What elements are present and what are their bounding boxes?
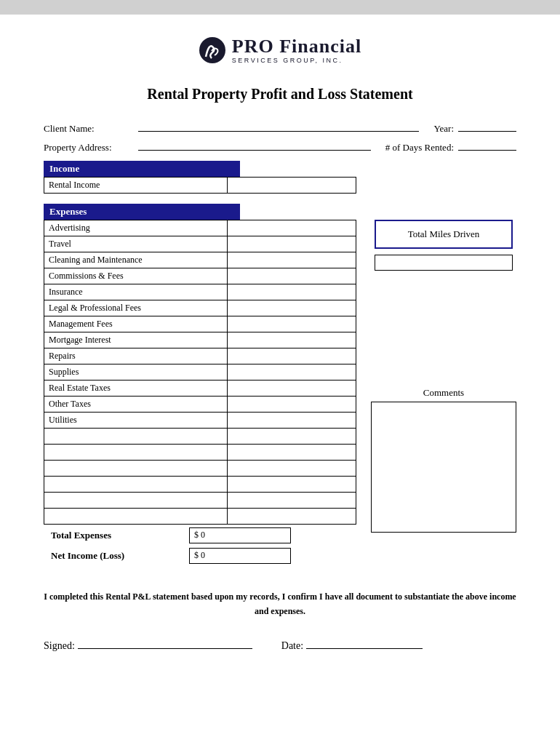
advertising-label: Advertising: [44, 220, 228, 236]
advertising-input[interactable]: [228, 220, 356, 236]
expenses-right: Total Miles Driven Comments: [371, 220, 516, 533]
date-label: Date:: [281, 640, 303, 652]
travel-label: Travel: [44, 236, 228, 252]
expense-row-empty-6: [44, 509, 356, 525]
year-line: [458, 131, 516, 132]
commissions-label: Commissions & Fees: [44, 268, 228, 284]
disclaimer-text: I completed this Rental P&L statement ba…: [44, 590, 516, 618]
date-line: [306, 648, 423, 649]
expense-row-management: Management Fees: [44, 316, 356, 332]
mortgage-input[interactable]: [228, 332, 356, 348]
supplies-input[interactable]: [228, 364, 356, 381]
repairs-label: Repairs: [44, 348, 228, 364]
insurance-input[interactable]: [228, 284, 356, 300]
total-expenses-row: Total Expenses $ 0: [44, 527, 356, 543]
other-taxes-input[interactable]: [228, 397, 356, 413]
utilities-label: Utilities: [44, 413, 228, 429]
page-title: Rental Property Profit and Loss Statemen…: [44, 86, 516, 103]
management-label: Management Fees: [44, 316, 228, 332]
total-expenses-value[interactable]: $ 0: [189, 527, 291, 543]
net-income-row: Net Income (Loss) $ 0: [44, 548, 356, 564]
expenses-left: Advertising Travel Cleaning and Maintena…: [44, 220, 356, 568]
expense-row-other-taxes: Other Taxes: [44, 397, 356, 413]
expense-row-advertising: Advertising: [44, 220, 356, 236]
cleaning-label: Cleaning and Maintenance: [44, 252, 228, 268]
logo-services: SERVICES GROUP, INC.: [232, 57, 361, 65]
management-input[interactable]: [228, 316, 356, 332]
expense-row-commissions: Commissions & Fees: [44, 268, 356, 284]
net-income-label: Net Income (Loss): [44, 550, 189, 562]
cleaning-input[interactable]: [228, 252, 356, 268]
logo-area: PRO Financial SERVICES GROUP, INC.: [44, 36, 516, 64]
expense-row-empty-3: [44, 461, 356, 477]
expense-row-empty-5: [44, 493, 356, 509]
total-expenses-label: Total Expenses: [44, 530, 189, 541]
total-miles-input[interactable]: [375, 255, 513, 271]
insurance-label: Insurance: [44, 284, 228, 300]
real-estate-taxes-label: Real Estate Taxes: [44, 381, 228, 397]
total-miles-box: Total Miles Driven: [375, 220, 513, 249]
net-income-value[interactable]: $ 0: [189, 548, 291, 564]
expense-row-repairs: Repairs: [44, 348, 356, 364]
repairs-input[interactable]: [228, 348, 356, 364]
comments-label: Comments: [423, 387, 464, 399]
expense-row-travel: Travel: [44, 236, 356, 252]
supplies-label: Supplies: [44, 364, 228, 381]
expense-row-mortgage: Mortgage Interest: [44, 332, 356, 348]
expenses-table: Advertising Travel Cleaning and Maintena…: [44, 220, 356, 525]
days-rented-line: [458, 150, 516, 151]
logo-pro-financial: PRO Financial: [232, 36, 361, 57]
rental-income-input[interactable]: [228, 178, 356, 194]
client-info: Client Name: Year: Property Address: # o…: [44, 123, 516, 154]
property-address-label: Property Address:: [44, 142, 138, 154]
expense-row-utilities: Utilities: [44, 413, 356, 429]
signature-line: [78, 648, 252, 649]
expense-row-legal: Legal & Professional Fees: [44, 300, 356, 316]
real-estate-taxes-input[interactable]: [228, 381, 356, 397]
property-address-row: Property Address: # of Days Rented:: [44, 142, 516, 154]
expense-row-empty-4: [44, 477, 356, 493]
expense-row-empty-2: [44, 445, 356, 461]
logo-text: PRO Financial SERVICES GROUP, INC.: [232, 36, 361, 64]
totals-section: Total Expenses $ 0 Net Income (Loss) $ 0: [44, 527, 356, 564]
expense-row-supplies: Supplies: [44, 364, 356, 381]
page: PRO Financial SERVICES GROUP, INC. Renta…: [0, 15, 560, 745]
signed-label: Signed:: [44, 640, 75, 652]
expense-row-empty-1: [44, 429, 356, 445]
income-table: Rental Income: [44, 177, 356, 194]
income-row-rental: Rental Income: [44, 178, 356, 194]
rental-income-label: Rental Income: [44, 178, 228, 194]
expense-row-cleaning: Cleaning and Maintenance: [44, 252, 356, 268]
travel-input[interactable]: [228, 236, 356, 252]
mortgage-label: Mortgage Interest: [44, 332, 228, 348]
legal-input[interactable]: [228, 300, 356, 316]
legal-label: Legal & Professional Fees: [44, 300, 228, 316]
days-rented-label: # of Days Rented:: [385, 142, 454, 154]
commissions-input[interactable]: [228, 268, 356, 284]
client-name-label: Client Name:: [44, 123, 138, 135]
utilities-input[interactable]: [228, 413, 356, 429]
client-name-line: [138, 131, 419, 132]
signature-row: Signed: Date:: [44, 640, 516, 652]
property-address-line: [138, 150, 371, 151]
logo-icon: [199, 36, 226, 64]
income-section-header: Income: [44, 161, 240, 177]
comments-textarea[interactable]: [371, 402, 516, 533]
expense-row-insurance: Insurance: [44, 284, 356, 300]
other-taxes-label: Other Taxes: [44, 397, 228, 413]
year-label: Year:: [433, 123, 454, 135]
expenses-section-header: Expenses: [44, 204, 240, 220]
client-name-row: Client Name: Year:: [44, 123, 516, 135]
expenses-area: Advertising Travel Cleaning and Maintena…: [44, 220, 516, 568]
expense-row-real-estate-taxes: Real Estate Taxes: [44, 381, 356, 397]
